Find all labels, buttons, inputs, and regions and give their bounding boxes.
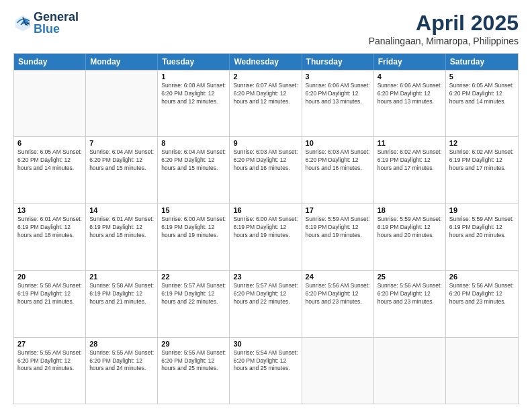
day-cell-4-1: 28Sunrise: 5:55 AM Sunset: 6:20 PM Dayli… [86,338,158,404]
day-info: Sunrise: 5:59 AM Sunset: 6:19 PM Dayligh… [449,216,515,240]
day-info: Sunrise: 5:58 AM Sunset: 6:19 PM Dayligh… [89,282,154,306]
day-info: Sunrise: 6:08 AM Sunset: 6:20 PM Dayligh… [161,82,226,106]
day-cell-4-6 [446,338,518,404]
page: General Blue April 2025 Panalingaan, Mim… [0,0,532,411]
day-info: Sunrise: 5:57 AM Sunset: 6:20 PM Dayligh… [233,282,298,306]
day-info: Sunrise: 5:55 AM Sunset: 6:20 PM Dayligh… [161,349,226,373]
day-number: 23 [233,273,298,281]
header: General Blue April 2025 Panalingaan, Mim… [13,11,519,46]
day-cell-4-0: 27Sunrise: 5:55 AM Sunset: 6:20 PM Dayli… [14,338,86,404]
day-info: Sunrise: 5:58 AM Sunset: 6:19 PM Dayligh… [17,282,82,306]
day-cell-1-2: 8Sunrise: 6:04 AM Sunset: 6:20 PM Daylig… [158,137,230,203]
day-cell-2-5: 18Sunrise: 5:59 AM Sunset: 6:19 PM Dayli… [374,204,446,270]
day-info: Sunrise: 5:55 AM Sunset: 6:20 PM Dayligh… [89,349,154,373]
day-cell-1-0: 6Sunrise: 6:05 AM Sunset: 6:20 PM Daylig… [14,137,86,203]
header-tuesday: Tuesday [158,54,230,70]
day-cell-0-0 [14,71,86,136]
day-cell-3-6: 26Sunrise: 5:56 AM Sunset: 6:20 PM Dayli… [446,271,518,336]
day-info: Sunrise: 6:06 AM Sunset: 6:20 PM Dayligh… [378,82,442,106]
day-info: Sunrise: 6:05 AM Sunset: 6:20 PM Dayligh… [449,82,515,106]
day-info: Sunrise: 5:57 AM Sunset: 6:19 PM Dayligh… [161,282,226,306]
header-wednesday: Wednesday [230,54,302,70]
day-cell-3-3: 23Sunrise: 5:57 AM Sunset: 6:20 PM Dayli… [230,271,302,336]
day-cell-2-3: 16Sunrise: 6:00 AM Sunset: 6:19 PM Dayli… [230,204,302,270]
day-cell-4-5 [374,338,446,404]
day-info: Sunrise: 6:04 AM Sunset: 6:20 PM Dayligh… [161,148,226,173]
day-number: 11 [378,139,442,147]
header-monday: Monday [86,54,158,70]
day-cell-3-0: 20Sunrise: 5:58 AM Sunset: 6:19 PM Dayli… [14,271,86,336]
day-info: Sunrise: 5:55 AM Sunset: 6:20 PM Dayligh… [17,349,82,373]
day-number: 14 [89,206,154,214]
day-number: 13 [17,206,82,214]
day-number: 21 [89,273,154,281]
header-friday: Friday [374,54,446,70]
day-number: 16 [233,206,298,214]
calendar-body: 1Sunrise: 6:08 AM Sunset: 6:20 PM Daylig… [14,70,518,404]
day-cell-2-0: 13Sunrise: 6:01 AM Sunset: 6:19 PM Dayli… [14,204,86,270]
day-cell-0-2: 1Sunrise: 6:08 AM Sunset: 6:20 PM Daylig… [158,71,230,136]
day-number: 22 [161,273,226,281]
day-cell-3-4: 24Sunrise: 5:56 AM Sunset: 6:20 PM Dayli… [302,271,374,336]
day-number: 12 [449,139,515,147]
week-row-2: 13Sunrise: 6:01 AM Sunset: 6:19 PM Dayli… [14,203,518,270]
day-info: Sunrise: 6:03 AM Sunset: 6:20 PM Dayligh… [306,148,370,173]
day-info: Sunrise: 6:02 AM Sunset: 6:19 PM Dayligh… [378,148,442,173]
week-row-0: 1Sunrise: 6:08 AM Sunset: 6:20 PM Daylig… [14,70,518,136]
day-info: Sunrise: 5:59 AM Sunset: 6:19 PM Dayligh… [378,216,442,240]
logo: General Blue [13,11,79,35]
day-cell-2-1: 14Sunrise: 6:01 AM Sunset: 6:19 PM Dayli… [86,204,158,270]
calendar-header: Sunday Monday Tuesday Wednesday Thursday… [14,54,518,70]
logo-text: General Blue [34,11,79,35]
day-info: Sunrise: 6:00 AM Sunset: 6:19 PM Dayligh… [161,216,226,240]
logo-general-text: General [34,11,79,23]
day-number: 24 [306,273,370,281]
day-cell-2-2: 15Sunrise: 6:00 AM Sunset: 6:19 PM Dayli… [158,204,230,270]
day-number: 28 [89,340,154,348]
day-cell-0-4: 3Sunrise: 6:06 AM Sunset: 6:20 PM Daylig… [302,71,374,136]
day-number: 25 [378,273,442,281]
day-info: Sunrise: 6:00 AM Sunset: 6:19 PM Dayligh… [233,216,298,240]
day-number: 26 [449,273,515,281]
month-year: April 2025 [369,11,519,36]
day-cell-4-3: 30Sunrise: 5:54 AM Sunset: 6:20 PM Dayli… [230,338,302,404]
day-cell-3-2: 22Sunrise: 5:57 AM Sunset: 6:19 PM Dayli… [158,271,230,336]
logo-blue-text: Blue [34,23,79,35]
day-cell-0-5: 4Sunrise: 6:06 AM Sunset: 6:20 PM Daylig… [374,71,446,136]
day-number: 20 [17,273,82,281]
day-info: Sunrise: 5:54 AM Sunset: 6:20 PM Dayligh… [233,349,298,373]
header-saturday: Saturday [446,54,518,70]
day-number: 17 [306,206,370,214]
location: Panalingaan, Mimaropa, Philippines [369,36,519,46]
day-cell-2-4: 17Sunrise: 5:59 AM Sunset: 6:19 PM Dayli… [302,204,374,270]
day-number: 3 [306,73,370,81]
day-number: 18 [378,206,442,214]
day-cell-3-1: 21Sunrise: 5:58 AM Sunset: 6:19 PM Dayli… [86,271,158,336]
day-number: 4 [378,73,442,81]
header-sunday: Sunday [14,54,86,70]
header-thursday: Thursday [302,54,374,70]
day-number: 7 [89,139,154,147]
day-info: Sunrise: 6:07 AM Sunset: 6:20 PM Dayligh… [233,82,298,106]
day-cell-1-3: 9Sunrise: 6:03 AM Sunset: 6:20 PM Daylig… [230,137,302,203]
week-row-3: 20Sunrise: 5:58 AM Sunset: 6:19 PM Dayli… [14,270,518,336]
day-cell-1-6: 12Sunrise: 6:02 AM Sunset: 6:19 PM Dayli… [446,137,518,203]
day-info: Sunrise: 5:56 AM Sunset: 6:20 PM Dayligh… [306,282,370,306]
day-info: Sunrise: 5:56 AM Sunset: 6:20 PM Dayligh… [378,282,442,306]
week-row-4: 27Sunrise: 5:55 AM Sunset: 6:20 PM Dayli… [14,337,518,404]
day-cell-1-4: 10Sunrise: 6:03 AM Sunset: 6:20 PM Dayli… [302,137,374,203]
day-info: Sunrise: 5:56 AM Sunset: 6:20 PM Dayligh… [449,282,515,306]
day-number: 8 [161,139,226,147]
day-number: 9 [233,139,298,147]
day-info: Sunrise: 6:04 AM Sunset: 6:20 PM Dayligh… [89,148,154,173]
day-number: 5 [449,73,515,81]
day-cell-2-6: 19Sunrise: 5:59 AM Sunset: 6:19 PM Dayli… [446,204,518,270]
title-block: April 2025 Panalingaan, Mimaropa, Philip… [369,11,519,46]
day-info: Sunrise: 6:01 AM Sunset: 6:19 PM Dayligh… [17,216,82,240]
day-cell-4-2: 29Sunrise: 5:55 AM Sunset: 6:20 PM Dayli… [158,338,230,404]
day-info: Sunrise: 6:06 AM Sunset: 6:20 PM Dayligh… [306,82,370,106]
day-info: Sunrise: 6:03 AM Sunset: 6:20 PM Dayligh… [233,148,298,173]
day-cell-1-5: 11Sunrise: 6:02 AM Sunset: 6:19 PM Dayli… [374,137,446,203]
day-cell-0-3: 2Sunrise: 6:07 AM Sunset: 6:20 PM Daylig… [230,71,302,136]
day-info: Sunrise: 6:02 AM Sunset: 6:19 PM Dayligh… [449,148,515,173]
